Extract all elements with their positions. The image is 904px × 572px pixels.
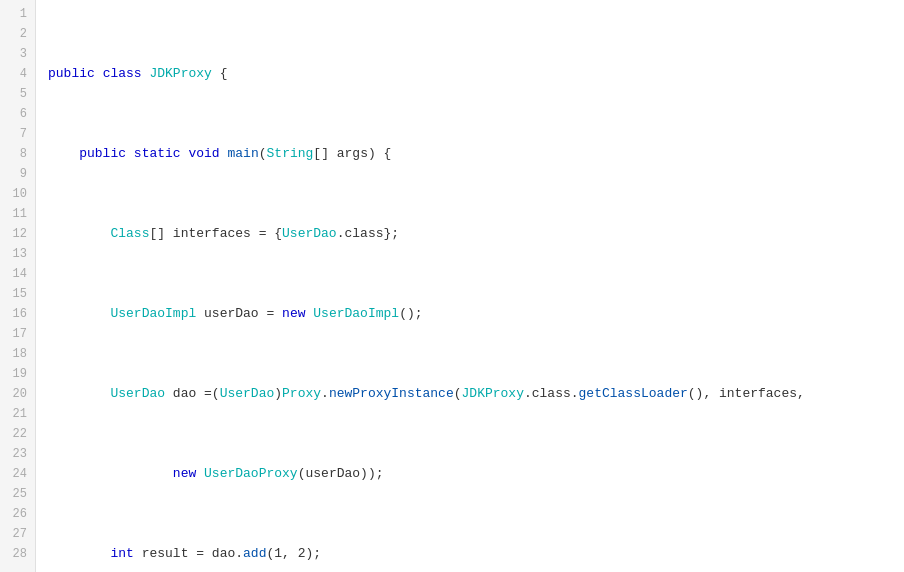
line-num-20: 20 [0,384,35,404]
line-num-17: 17 [0,324,35,344]
line-num-1: 1 [0,4,35,24]
line-num-22: 22 [0,424,35,444]
line-num-10: 10 [0,184,35,204]
code-content[interactable]: public class JDKProxy { public static vo… [36,0,904,572]
line-num-7: 7 [0,124,35,144]
code-editor: 1 2 3 4 5 6 7 8 9 10 11 12 13 14 15 16 1… [0,0,904,572]
line-num-12: 12 [0,224,35,244]
code-line-2: public static void main(String[] args) { [48,144,904,164]
code-line-3: Class[] interfaces = {UserDao.class}; [48,224,904,244]
line-num-13: 13 [0,244,35,264]
code-line-7: int result = dao.add(1, 2); [48,544,904,564]
line-num-11: 11 [0,204,35,224]
line-num-26: 26 [0,504,35,524]
line-num-3: 3 [0,44,35,64]
line-num-16: 16 [0,304,35,324]
line-numbers: 1 2 3 4 5 6 7 8 9 10 11 12 13 14 15 16 1… [0,0,36,572]
code-line-6: new UserDaoProxy(userDao)); [48,464,904,484]
code-line-4: UserDaoImpl userDao = new UserDaoImpl(); [48,304,904,324]
line-num-19: 19 [0,364,35,384]
code-line-5: UserDao dao =(UserDao)Proxy.newProxyInst… [48,384,904,404]
line-num-24: 24 [0,464,35,484]
line-num-6: 6 [0,104,35,124]
line-num-18: 18 [0,344,35,364]
line-num-5: 5 [0,84,35,104]
line-num-4: 4 [0,64,35,84]
line-num-27: 27 [0,524,35,544]
line-num-28: 28 [0,544,35,564]
line-num-2: 2 [0,24,35,44]
line-num-14: 14 [0,264,35,284]
line-num-8: 8 [0,144,35,164]
line-num-23: 23 [0,444,35,464]
code-line-1: public class JDKProxy { [48,64,904,84]
line-num-25: 25 [0,484,35,504]
line-num-21: 21 [0,404,35,424]
line-num-9: 9 [0,164,35,184]
line-num-15: 15 [0,284,35,304]
